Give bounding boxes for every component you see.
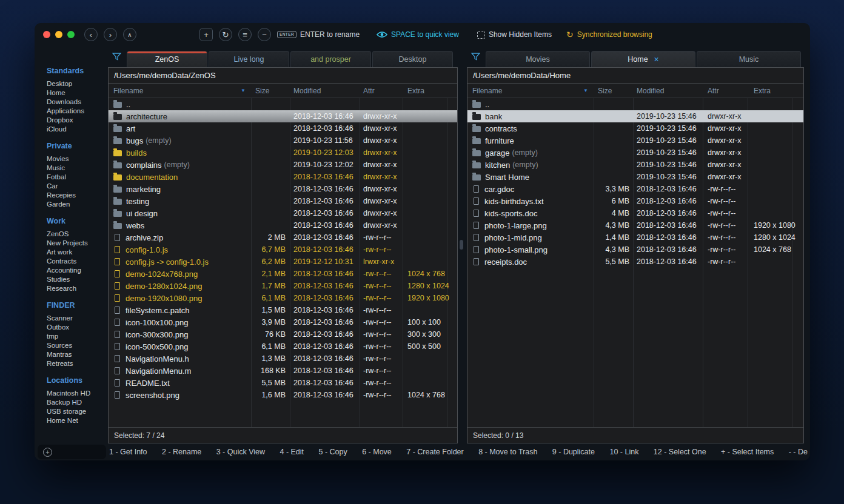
file-row[interactable]: kids-sports.doc 4 MB 2018-12-03 16:46 -r… <box>467 207 803 219</box>
minimize-window-button[interactable] <box>55 31 62 38</box>
column-header-filename[interactable]: Filename ▼ <box>109 84 251 98</box>
file-row[interactable]: kids-birthdays.txt 6 MB 2018-12-03 16:46… <box>467 195 803 207</box>
sidebar-item[interactable]: Contracts <box>47 257 107 266</box>
pane-splitter-handle[interactable] <box>460 240 463 250</box>
file-row[interactable]: demo-1024x768.png 2,1 MB 2018-12-03 16:4… <box>109 268 457 280</box>
file-row[interactable]: icon-100x100.png 3,9 MB 2018-12-03 16:46… <box>109 316 457 328</box>
file-row[interactable]: icon-500x500.png 6,1 MB 2018-12-03 16:46… <box>109 340 457 353</box>
sidebar-item[interactable]: tmp <box>47 332 107 341</box>
column-header-attr[interactable]: Attr <box>703 84 748 98</box>
file-row[interactable]: kitchen (empty) 2019-10-23 15:46 drwxr-x… <box>467 159 803 171</box>
function-key-item[interactable]: 9 - Duplicate <box>552 448 595 456</box>
pane-tab[interactable]: Live long <box>209 51 289 67</box>
sidebar-item[interactable]: USB storage <box>47 407 107 416</box>
column-header-modified[interactable]: Modified <box>290 84 360 98</box>
file-row[interactable]: complains (empty) 2019-10-23 12:02 drwxr… <box>109 159 457 171</box>
file-row[interactable]: testing 2018-12-03 16:46 drwxr-xr-x <box>109 195 457 207</box>
sidebar-item[interactable]: Applications <box>47 107 107 116</box>
function-key-item[interactable]: 3 - Quick View <box>216 448 265 456</box>
column-header-size[interactable]: Size <box>251 84 290 98</box>
file-row[interactable]: demo-1280x1024.png 1,7 MB 2018-12-03 16:… <box>109 280 457 292</box>
sidebar-item[interactable]: Scanner <box>47 314 107 323</box>
function-key-item[interactable]: 6 - Move <box>362 448 392 456</box>
function-key-item[interactable]: 12 - Select One <box>654 448 706 456</box>
sidebar-item[interactable]: ZenOS <box>47 230 107 239</box>
file-row[interactable]: bank 2019-10-23 15:46 drwxr-xr-x <box>467 110 803 122</box>
sidebar-item[interactable]: Art work <box>47 248 107 257</box>
function-key-item[interactable]: 1 - Get Info <box>109 448 147 456</box>
sidebar-item[interactable]: Recepies <box>47 191 107 200</box>
file-row[interactable]: fileSystem.c.patch 1,5 MB 2018-12-03 16:… <box>109 304 457 316</box>
sidebar-item[interactable]: Home <box>47 88 107 98</box>
file-row[interactable]: archive.zip 2 MB 2018-12-03 16:46 -rw-r-… <box>109 231 457 244</box>
column-header-size[interactable]: Size <box>594 84 633 98</box>
sidebar-item[interactable]: New Projects <box>47 239 107 248</box>
column-header-extra[interactable]: Extra <box>403 84 457 98</box>
sidebar-item[interactable]: Home Net <box>47 416 107 425</box>
nav-back-button[interactable]: ‹ <box>84 28 98 41</box>
sidebar-item[interactable]: Movies <box>47 154 107 164</box>
right-path-bar[interactable]: /Users/me/demoData/Home <box>467 68 803 84</box>
refresh-button[interactable]: ↻ <box>219 28 232 41</box>
file-row[interactable]: NavigationMenu.h 1,3 MB 2018-12-03 16:46… <box>109 353 457 365</box>
file-row[interactable]: screenshot.png 1,6 MB 2018-12-03 16:46 -… <box>109 389 457 401</box>
remove-button[interactable]: − <box>258 28 271 41</box>
nav-up-button[interactable]: ∧ <box>123 28 136 41</box>
file-row[interactable]: README.txt 5,5 MB 2018-12-03 16:46 -rw-r… <box>109 377 457 389</box>
function-key-item[interactable]: 10 - Link <box>609 448 638 456</box>
pane-tab[interactable]: Home × <box>591 51 695 67</box>
sidebar-item[interactable]: Macintosh HD <box>47 389 107 398</box>
file-row[interactable]: config.js -> config-1.0.js 6,2 MB 2019-1… <box>109 256 457 268</box>
file-row[interactable]: marketing 2018-12-03 16:46 drwxr-xr-x <box>109 183 457 195</box>
menu-button[interactable]: ≡ <box>238 28 252 41</box>
file-row[interactable]: webs 2018-12-03 16:46 drwxr-xr-x <box>109 219 457 231</box>
file-row[interactable]: demo-1920x1080.png 6,1 MB 2018-12-03 16:… <box>109 292 457 304</box>
file-row[interactable]: art 2018-12-03 16:46 drwxr-xr-x <box>109 122 457 134</box>
sidebar-item[interactable]: Research <box>47 284 107 293</box>
filter-funnel-icon[interactable] <box>112 52 121 63</box>
sidebar-item[interactable]: Desktop <box>47 79 107 88</box>
file-row[interactable]: furniture 2019-10-23 15:46 drwxr-xr-x <box>467 134 803 147</box>
nav-forward-button[interactable]: › <box>104 28 117 41</box>
sidebar-item[interactable]: Mantras <box>47 350 107 359</box>
function-key-item[interactable]: 8 - Move to Trash <box>478 448 537 456</box>
sidebar-item[interactable]: Outbox <box>47 323 107 332</box>
sidebar-item[interactable]: Backup HD <box>47 398 107 407</box>
new-tab-button[interactable]: + <box>199 28 213 41</box>
show-hidden-toggle[interactable]: Show Hidden Items <box>477 30 552 39</box>
file-row[interactable]: builds 2019-10-23 12:03 drwxr-xr-x <box>109 147 457 159</box>
file-row[interactable]: Smart Home 2019-10-23 15:46 drwxr-xr-x <box>467 171 803 183</box>
file-row[interactable]: photo-1-large.png 4,3 MB 2018-12-03 16:4… <box>467 219 803 231</box>
pane-tab[interactable]: ZenOS <box>127 51 207 67</box>
column-header-extra[interactable]: Extra <box>748 84 803 98</box>
file-row[interactable]: photo-1-small.png 4,3 MB 2018-12-03 16:4… <box>467 244 803 256</box>
file-row[interactable]: architecture 2018-12-03 16:46 drwxr-xr-x <box>109 110 457 122</box>
sidebar-item[interactable]: Accounting <box>47 266 107 275</box>
sidebar-item[interactable]: Retreats <box>47 359 107 368</box>
left-path-bar[interactable]: /Users/me/demoData/ZenOS <box>109 68 457 84</box>
file-row[interactable]: bugs (empty) 2019-10-23 11:56 drwxr-xr-x <box>109 134 457 147</box>
pane-tab[interactable]: Desktop <box>372 51 453 67</box>
pane-tab[interactable]: Movies <box>486 51 590 67</box>
column-header-attr[interactable]: Attr <box>360 84 403 98</box>
function-key-item[interactable]: 7 - Create Folder <box>406 448 463 456</box>
file-row[interactable]: contracts 2019-10-23 15:46 drwxr-xr-x <box>467 122 803 134</box>
function-key-item[interactable]: - - De <box>789 448 808 456</box>
sidebar-item[interactable]: Car <box>47 182 107 191</box>
sidebar-item[interactable]: Downloads <box>47 98 107 107</box>
add-button[interactable]: + <box>38 445 106 459</box>
column-header-modified[interactable]: Modified <box>633 84 703 98</box>
pane-tab[interactable]: and prosper <box>290 51 371 67</box>
file-row[interactable]: ui design 2018-12-03 16:46 drwxr-xr-x <box>109 207 457 219</box>
tab-close-icon[interactable]: × <box>654 55 659 64</box>
file-row[interactable]: receipts.doc 5,5 MB 2018-12-03 16:46 -rw… <box>467 256 803 268</box>
sidebar-item[interactable]: Studies <box>47 275 107 284</box>
sidebar-item[interactable]: Music <box>47 164 107 173</box>
column-header-filename[interactable]: Filename ▼ <box>467 84 594 98</box>
file-row[interactable]: .. <box>109 98 457 110</box>
file-row[interactable]: documentation 2018-12-03 16:46 drwxr-xr-… <box>109 171 457 183</box>
synchronized-browsing-toggle[interactable]: ↻ Synchronized browsing <box>566 30 652 39</box>
function-key-item[interactable]: 5 - Copy <box>319 448 347 456</box>
close-window-button[interactable] <box>43 31 50 38</box>
pane-tab[interactable]: Music <box>697 51 801 67</box>
